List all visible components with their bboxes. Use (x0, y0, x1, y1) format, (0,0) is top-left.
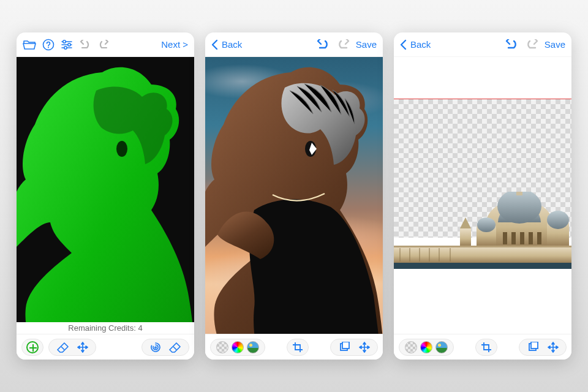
svg-rect-23 (503, 232, 507, 244)
mask-canvas[interactable]: Remaining Credits: 4 (17, 57, 194, 334)
layers-move-group (330, 339, 378, 356)
topbar: Back Save (394, 32, 571, 57)
svg-rect-25 (520, 232, 524, 244)
svg-rect-26 (529, 232, 533, 244)
move-icon[interactable] (548, 342, 559, 353)
svg-point-5 (116, 141, 127, 157)
back-button[interactable] (211, 39, 218, 50)
svg-point-2 (63, 40, 66, 42)
plus-icon (26, 341, 39, 353)
color-bg-icon[interactable] (420, 341, 432, 353)
swirl-icon[interactable] (150, 342, 161, 353)
bottombar (205, 334, 383, 360)
svg-point-3 (68, 43, 70, 45)
back-label[interactable]: Back (222, 39, 242, 50)
redo-icon[interactable] (336, 39, 350, 50)
move-icon[interactable] (359, 342, 370, 353)
layers-icon[interactable] (527, 342, 540, 353)
undo-icon[interactable] (79, 40, 91, 50)
svg-point-21 (477, 217, 496, 232)
move-icon[interactable] (77, 342, 88, 353)
image-bg-icon[interactable] (247, 341, 259, 353)
subject-portrait (205, 57, 383, 334)
svg-point-4 (64, 46, 67, 48)
screen-3-background-edit: Back Save (394, 32, 571, 360)
svg-rect-19 (516, 192, 522, 195)
refine-group (141, 339, 189, 356)
redo-icon[interactable] (525, 39, 538, 50)
layers-icon[interactable] (339, 342, 351, 353)
erase-move-group (48, 339, 96, 356)
layers-move-group (519, 339, 567, 356)
help-icon[interactable] (42, 39, 55, 51)
transparent-bg-icon[interactable] (405, 341, 417, 353)
screen-1-mask-edit: Next > Remaining Credits: 4 (17, 32, 194, 360)
back-label[interactable]: Back (410, 39, 431, 50)
eraser-icon-2[interactable] (169, 342, 181, 353)
color-bg-icon[interactable] (232, 341, 244, 353)
save-button[interactable]: Save (545, 39, 565, 50)
svg-rect-8 (342, 342, 349, 349)
next-button[interactable]: Next > (161, 39, 188, 50)
screen-2-composite: Back Save (205, 32, 383, 360)
composite-canvas[interactable] (205, 57, 383, 334)
topbar: Back Save (205, 32, 383, 57)
bottombar (394, 334, 571, 360)
svg-rect-29 (531, 342, 538, 349)
bottombar (17, 334, 194, 360)
svg-point-20 (547, 211, 569, 229)
open-folder-icon[interactable] (23, 39, 36, 50)
topbar: Next > (17, 32, 194, 57)
settings-sliders-icon[interactable] (61, 39, 73, 50)
eraser-icon[interactable] (57, 342, 69, 353)
credits-label: Remaining Credits: 4 (17, 322, 194, 334)
background-group (399, 339, 454, 356)
svg-point-1 (48, 47, 49, 48)
image-bg-icon[interactable] (435, 341, 448, 353)
crop-icon (292, 342, 303, 353)
svg-rect-24 (511, 232, 516, 244)
crop-button[interactable] (287, 339, 309, 356)
svg-rect-22 (460, 228, 471, 246)
back-button[interactable] (400, 39, 407, 50)
save-button[interactable]: Save (356, 39, 377, 50)
redo-icon[interactable] (97, 40, 110, 50)
undo-icon[interactable] (505, 39, 519, 50)
transparent-bg-icon[interactable] (216, 341, 228, 353)
add-tool-button[interactable] (21, 339, 43, 356)
svg-rect-10 (394, 246, 571, 263)
crop-button[interactable] (475, 339, 497, 356)
svg-rect-27 (537, 232, 541, 244)
crop-icon (481, 342, 492, 353)
undo-icon[interactable] (317, 39, 330, 50)
venice-basilica (394, 192, 571, 269)
subject-mask (17, 57, 194, 334)
background-group (210, 339, 265, 356)
svg-point-0 (43, 39, 54, 50)
svg-rect-11 (394, 246, 571, 247)
background-canvas[interactable] (394, 57, 571, 334)
